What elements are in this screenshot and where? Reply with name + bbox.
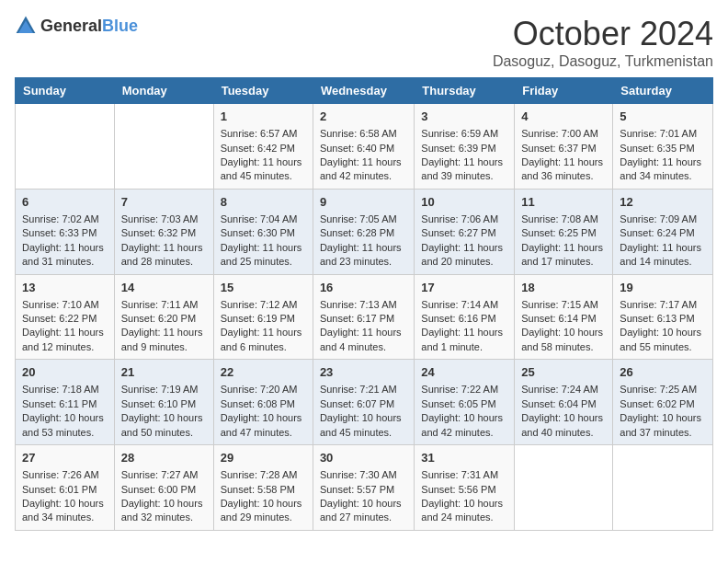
sunset-text: Sunset: 6:10 PM [121,397,207,411]
daylight-text: Daylight: 10 hours and 47 minutes. [221,411,306,440]
cell-2-4: 9Sunrise: 7:05 AMSunset: 6:28 PMDaylight… [313,189,414,274]
sunset-text: Sunset: 6:40 PM [320,142,407,155]
cell-3-2: 14Sunrise: 7:11 AMSunset: 6:20 PMDayligh… [114,274,213,360]
day-number: 20 [22,364,108,381]
sunrise-text: Sunrise: 6:57 AM [221,127,306,141]
sunset-text: Sunset: 6:02 PM [620,397,706,411]
logo-icon [15,15,37,37]
sunrise-text: Sunrise: 7:13 AM [320,298,407,312]
day-number: 8 [221,194,306,211]
daylight-text: Daylight: 10 hours and 27 minutes. [320,497,407,525]
day-number: 10 [421,194,507,211]
day-number: 16 [320,280,407,296]
daylight-text: Daylight: 10 hours and 32 minutes. [121,497,207,525]
week-row-2: 6Sunrise: 7:02 AMSunset: 6:33 PMDaylight… [16,189,713,274]
day-number: 12 [620,194,706,211]
sunrise-text: Sunrise: 6:58 AM [320,127,407,141]
sunrise-text: Sunrise: 7:21 AM [320,383,407,396]
sunrise-text: Sunrise: 7:22 AM [421,383,507,396]
sunrise-text: Sunrise: 7:20 AM [221,383,306,396]
daylight-text: Daylight: 11 hours and 23 minutes. [320,241,407,270]
daylight-text: Daylight: 10 hours and 45 minutes. [320,411,407,440]
week-row-3: 13Sunrise: 7:10 AMSunset: 6:22 PMDayligh… [16,274,713,360]
sunset-text: Sunset: 6:27 PM [421,226,507,240]
day-number: 17 [421,280,507,296]
sunrise-text: Sunrise: 7:08 AM [521,213,606,226]
page-header: GeneralBlue October 2024 Dasoguz, Dasogu… [15,15,713,70]
day-number: 26 [620,364,706,381]
cell-2-6: 11Sunrise: 7:08 AMSunset: 6:25 PMDayligh… [515,189,613,274]
sunrise-text: Sunrise: 7:19 AM [121,383,207,396]
col-sunday: Sunday [16,78,115,104]
cell-3-5: 17Sunrise: 7:14 AMSunset: 6:16 PMDayligh… [415,274,515,360]
day-number: 6 [22,194,108,211]
day-number: 3 [421,109,507,125]
sunset-text: Sunset: 6:20 PM [121,312,207,326]
sunset-text: Sunset: 6:32 PM [121,226,207,240]
sunset-text: Sunset: 6:08 PM [221,397,306,411]
daylight-text: Daylight: 11 hours and 45 minutes. [221,155,306,184]
sunrise-text: Sunrise: 7:27 AM [121,468,207,482]
header-row: Sunday Monday Tuesday Wednesday Thursday… [16,78,713,104]
calendar-table: Sunday Monday Tuesday Wednesday Thursday… [15,77,713,531]
sunset-text: Sunset: 6:30 PM [221,226,306,240]
daylight-text: Daylight: 11 hours and 39 minutes. [421,155,507,184]
day-number: 7 [121,194,207,211]
cell-1-6: 4Sunrise: 7:00 AMSunset: 6:37 PMDaylight… [515,104,613,190]
daylight-text: Daylight: 11 hours and 31 minutes. [22,241,108,270]
sunset-text: Sunset: 6:16 PM [421,312,507,326]
week-row-4: 20Sunrise: 7:18 AMSunset: 6:11 PMDayligh… [16,360,713,445]
daylight-text: Daylight: 10 hours and 50 minutes. [121,411,207,440]
sunset-text: Sunset: 6:19 PM [221,312,306,326]
month-title: October 2024 [493,15,713,53]
sunset-text: Sunset: 6:11 PM [22,397,108,411]
sunrise-text: Sunrise: 7:03 AM [121,213,207,226]
sunset-text: Sunset: 6:01 PM [22,483,108,497]
daylight-text: Daylight: 11 hours and 20 minutes. [421,241,507,270]
daylight-text: Daylight: 10 hours and 53 minutes. [22,411,108,440]
cell-5-5: 31Sunrise: 7:31 AMSunset: 5:56 PMDayligh… [415,445,515,531]
logo: GeneralBlue [15,15,138,37]
daylight-text: Daylight: 10 hours and 40 minutes. [521,411,606,440]
sunset-text: Sunset: 6:24 PM [620,226,706,240]
sunrise-text: Sunrise: 7:02 AM [22,213,108,226]
daylight-text: Daylight: 11 hours and 42 minutes. [320,155,407,184]
cell-2-1: 6Sunrise: 7:02 AMSunset: 6:33 PMDaylight… [16,189,115,274]
cell-1-3: 1Sunrise: 6:57 AMSunset: 6:42 PMDaylight… [213,104,313,190]
sunset-text: Sunset: 6:42 PM [221,142,306,155]
daylight-text: Daylight: 11 hours and 1 minute. [421,326,507,354]
day-number: 29 [221,450,306,466]
daylight-text: Daylight: 11 hours and 12 minutes. [22,326,108,354]
sunset-text: Sunset: 6:22 PM [22,312,108,326]
cell-4-5: 24Sunrise: 7:22 AMSunset: 6:05 PMDayligh… [415,360,515,445]
daylight-text: Daylight: 10 hours and 37 minutes. [620,411,706,440]
day-number: 11 [521,194,606,211]
daylight-text: Daylight: 10 hours and 29 minutes. [221,497,306,525]
sunrise-text: Sunrise: 7:09 AM [620,213,706,226]
sunrise-text: Sunrise: 7:28 AM [221,468,306,482]
sunrise-text: Sunrise: 7:15 AM [521,298,606,312]
sunrise-text: Sunrise: 7:10 AM [22,298,108,312]
sunrise-text: Sunrise: 7:30 AM [320,468,407,482]
sunrise-text: Sunrise: 6:59 AM [421,127,507,141]
day-number: 22 [221,364,306,381]
sunrise-text: Sunrise: 7:18 AM [22,383,108,396]
day-number: 27 [22,450,108,466]
day-number: 5 [620,109,706,125]
daylight-text: Daylight: 10 hours and 34 minutes. [22,497,108,525]
day-number: 31 [421,450,507,466]
day-number: 14 [121,280,207,296]
sunset-text: Sunset: 5:56 PM [421,483,507,497]
day-number: 2 [320,109,407,125]
day-number: 4 [521,109,606,125]
daylight-text: Daylight: 11 hours and 17 minutes. [521,241,606,270]
sunset-text: Sunset: 6:13 PM [620,312,706,326]
day-number: 21 [121,364,207,381]
cell-4-4: 23Sunrise: 7:21 AMSunset: 6:07 PMDayligh… [313,360,414,445]
day-number: 18 [521,280,606,296]
daylight-text: Daylight: 10 hours and 58 minutes. [521,326,606,354]
logo-text-general: General [40,17,102,35]
cell-5-2: 28Sunrise: 7:27 AMSunset: 6:00 PMDayligh… [114,445,213,531]
logo-text-blue: Blue [102,17,138,35]
daylight-text: Daylight: 11 hours and 4 minutes. [320,326,407,354]
